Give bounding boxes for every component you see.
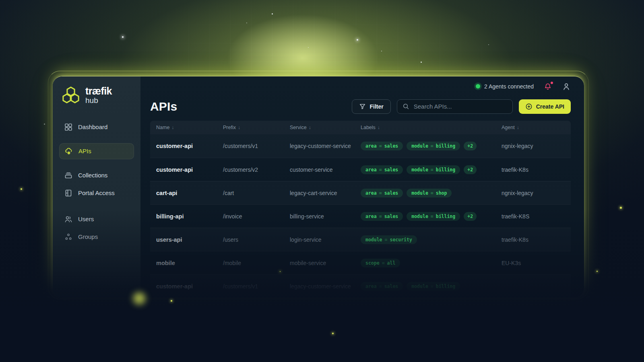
column-header-name[interactable]: Name↓ [156,125,223,130]
table-body: customer-api /customers/v1 legacy-custom… [150,134,571,298]
topbar: 2 Agents connected [150,80,571,93]
cell-name: customer-api [156,143,223,149]
column-header-service[interactable]: Service↓ [290,125,361,130]
cell-service: customer-service [290,167,361,173]
star-dot [421,62,422,63]
cell-agent: ngnix-legacy [502,190,571,196]
star-dot [308,47,309,48]
star-dot [357,39,358,41]
page-title: APIs [150,100,178,113]
sidebar: træfik hub Dashboard [53,76,140,298]
search-box[interactable] [397,99,513,114]
label-overflow-badge[interactable]: +2 [464,165,477,174]
cell-prefix: /invoice [223,213,290,220]
cell-agent: traefik-K8S [502,213,571,220]
circuit-pattern [0,0,644,80]
label-badge: area=sales [361,189,403,197]
user-menu-button[interactable] [562,82,571,91]
column-header-agent[interactable]: Agent↓ [502,125,571,130]
notification-dot-icon [551,82,553,84]
cell-service: billing-service [290,213,361,220]
cell-labels: area=salesmodule=billing+2 [361,212,502,221]
cell-name: cart-api [156,190,223,196]
star-dot [44,123,45,125]
sort-down-icon: ↓ [171,125,174,130]
cell-agent: EU-K3s [502,260,571,266]
star-dot [246,23,247,23]
sidebar-item-users[interactable]: Users [59,211,134,227]
filter-icon [359,103,366,110]
cell-agent: ngnix-legacy [502,143,571,149]
column-header-prefix[interactable]: Prefix↓ [223,125,290,130]
cell-labels: area=salesmodule=shop [361,189,502,197]
table-row[interactable]: users-api /users login-service module=se… [150,228,571,251]
label-overflow-badge[interactable]: +2 [464,142,477,150]
sidebar-item-dashboard[interactable]: Dashboard [59,119,134,135]
star-dot [488,44,489,45]
traefik-hub-logo: træfik hub [59,84,134,105]
cell-labels: area=salesmodule=billing+2 [361,142,502,150]
table-row[interactable]: cart-api /cart legacy-cart-service area=… [150,181,571,204]
cell-labels: area=salesmodule=billing+2 [361,165,502,174]
cell-name: mobile [156,260,223,266]
sidebar-item-label: APIs [78,148,91,154]
portal-access-icon [64,189,72,197]
traefik-logo-icon [62,86,80,104]
table-row[interactable]: customer-api /customers/v2 customer-serv… [150,158,571,181]
cell-prefix: /customers/v2 [223,167,290,173]
sidebar-item-collections[interactable]: Collections [59,167,134,183]
create-api-button[interactable]: Create API [519,99,571,114]
cell-service: login-service [290,237,361,243]
table-row[interactable]: customer-api /customers/v1 legacy-custom… [150,274,571,298]
table-row[interactable]: mobile /mobile mobile-service scope=all … [150,251,571,274]
sidebar-item-portal-access[interactable]: Portal Access [59,185,134,201]
table-header: Name↓ Prefix↓ Service↓ Labels↓ Agent↓ [150,121,571,134]
sort-down-icon: ↓ [309,125,311,130]
cell-agent: traefik-K8s [502,237,571,243]
main-content: 2 Agents connected APIs [140,76,584,298]
search-input[interactable] [414,103,507,110]
filter-button[interactable]: Filter [352,99,390,114]
table-row[interactable]: billing-api /invoice billing-service are… [150,204,571,228]
status-dot-icon [476,84,480,88]
star-dot [332,333,334,334]
filter-button-label: Filter [369,103,383,110]
star-dot [620,207,622,209]
label-overflow-badge[interactable]: +2 [464,212,477,221]
sidebar-item-label: Users [78,216,94,222]
cell-name: billing-api [156,213,223,220]
star-dot [171,300,172,302]
cell-service: legacy-cart-service [290,190,361,196]
label-badge: module=billing [407,165,460,174]
dashboard-icon [64,123,72,131]
cell-service: mobile-service [290,260,361,266]
users-icon [64,215,72,223]
cell-name: users-api [156,237,223,243]
cell-prefix: /cart [223,190,290,196]
cell-name: customer-api [156,283,223,290]
star-dot [21,188,22,190]
label-badge: area=sales [361,282,403,291]
collections-icon [64,171,72,179]
label-badge: area=sales [361,165,403,174]
sidebar-item-label: Portal Access [78,189,115,196]
notifications-button[interactable] [543,82,552,91]
cell-prefix: /users [223,237,290,243]
sort-down-icon: ↓ [517,125,519,130]
column-header-labels[interactable]: Labels↓ [361,125,502,130]
star-dot [597,271,598,272]
sidebar-item-apis[interactable]: APIs [59,143,134,159]
agents-status: 2 Agents connected [476,83,534,90]
create-api-button-label: Create API [536,103,564,110]
cell-prefix: /mobile [223,260,290,266]
app-window: træfik hub Dashboard [53,76,584,298]
label-badge: module=shop [407,189,452,197]
toolbar: Filter Create API [352,99,571,114]
label-badge: module=billing [407,142,460,150]
table-row[interactable]: customer-api /customers/v1 legacy-custom… [150,134,571,158]
cell-prefix: /customers/v1 [223,283,290,290]
logo-title: træfik [85,86,112,96]
label-badge: scope=all [361,259,400,267]
cell-labels: module=security [361,235,502,244]
sidebar-item-groups[interactable]: Groups [59,229,134,245]
